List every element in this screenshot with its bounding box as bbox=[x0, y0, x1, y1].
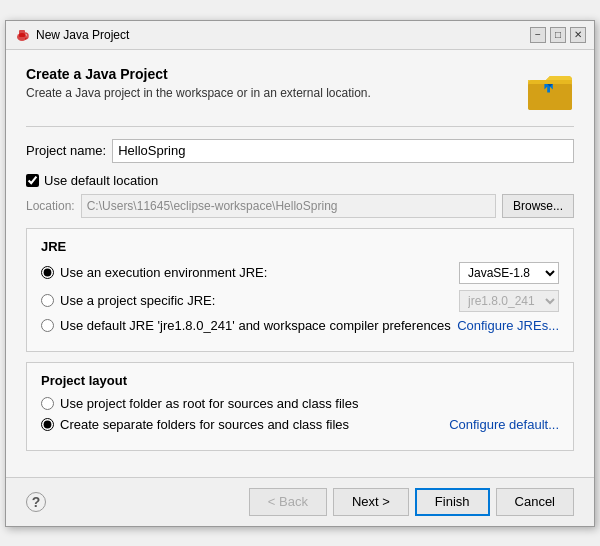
project-name-input[interactable] bbox=[112, 139, 574, 163]
configure-jres-link[interactable]: Configure JREs... bbox=[457, 318, 559, 333]
layout-separate-folders-radio[interactable] bbox=[41, 418, 54, 431]
jre-default-label: Use default JRE 'jre1.8.0_241' and works… bbox=[60, 318, 451, 333]
titlebar-left: New Java Project bbox=[14, 27, 129, 43]
project-name-label: Project name: bbox=[26, 143, 106, 158]
jre-default-radio[interactable] bbox=[41, 319, 54, 332]
java-icon bbox=[14, 27, 30, 43]
project-layout-section: Project layout Use project folder as roo… bbox=[26, 362, 574, 451]
help-button[interactable]: ? bbox=[26, 492, 46, 512]
jre-exec-env-select[interactable]: JavaSE-1.8 JavaSE-11 JavaSE-14 bbox=[459, 262, 559, 284]
page-title: Create a Java Project bbox=[26, 66, 371, 82]
content-area: Create a Java Project Create a Java proj… bbox=[6, 50, 594, 477]
jre-exec-env-label: Use an execution environment JRE: bbox=[60, 265, 267, 280]
minimize-button[interactable]: − bbox=[530, 27, 546, 43]
titlebar-controls: − □ ✕ bbox=[530, 27, 586, 43]
configure-default-link[interactable]: Configure default... bbox=[449, 417, 559, 432]
jre-project-specific-row: Use a project specific JRE: jre1.8.0_241 bbox=[41, 290, 559, 312]
default-location-row: Use default location bbox=[26, 173, 574, 188]
project-name-row: Project name: bbox=[26, 139, 574, 163]
next-button[interactable]: Next > bbox=[333, 488, 409, 516]
page-description: Create a Java project in the workspace o… bbox=[26, 86, 371, 100]
jre-exec-env-radio[interactable] bbox=[41, 266, 54, 279]
titlebar: New Java Project − □ ✕ bbox=[6, 21, 594, 50]
window-title: New Java Project bbox=[36, 28, 129, 42]
main-window: New Java Project − □ ✕ Create a Java Pro… bbox=[5, 20, 595, 527]
jre-project-specific-select[interactable]: jre1.8.0_241 bbox=[459, 290, 559, 312]
default-location-label[interactable]: Use default location bbox=[44, 173, 158, 188]
location-input[interactable] bbox=[81, 194, 496, 218]
cancel-button[interactable]: Cancel bbox=[496, 488, 574, 516]
jre-exec-env-row: Use an execution environment JRE: JavaSE… bbox=[41, 262, 559, 284]
location-row: Location: Browse... bbox=[26, 194, 574, 218]
page-header: Create a Java Project Create a Java proj… bbox=[26, 66, 574, 114]
folder-icon bbox=[526, 66, 574, 114]
layout-separate-folders-label: Create separate folders for sources and … bbox=[60, 417, 349, 432]
jre-section: JRE Use an execution environment JRE: Ja… bbox=[26, 228, 574, 352]
footer: ? < Back Next > Finish Cancel bbox=[6, 477, 594, 526]
layout-separate-folders-row: Create separate folders for sources and … bbox=[41, 417, 559, 432]
header-divider bbox=[26, 126, 574, 127]
jre-project-specific-radio[interactable] bbox=[41, 294, 54, 307]
jre-project-specific-label: Use a project specific JRE: bbox=[60, 293, 215, 308]
page-header-text: Create a Java Project Create a Java proj… bbox=[26, 66, 371, 100]
default-location-checkbox[interactable] bbox=[26, 174, 39, 187]
layout-project-root-radio[interactable] bbox=[41, 397, 54, 410]
back-button[interactable]: < Back bbox=[249, 488, 327, 516]
location-label: Location: bbox=[26, 199, 75, 213]
finish-button[interactable]: Finish bbox=[415, 488, 490, 516]
jre-section-title: JRE bbox=[41, 239, 559, 254]
browse-button[interactable]: Browse... bbox=[502, 194, 574, 218]
jre-default-row: Use default JRE 'jre1.8.0_241' and works… bbox=[41, 318, 559, 333]
project-layout-title: Project layout bbox=[41, 373, 559, 388]
maximize-button[interactable]: □ bbox=[550, 27, 566, 43]
svg-rect-1 bbox=[19, 30, 25, 37]
layout-project-root-row: Use project folder as root for sources a… bbox=[41, 396, 559, 411]
close-button[interactable]: ✕ bbox=[570, 27, 586, 43]
layout-project-root-label: Use project folder as root for sources a… bbox=[60, 396, 358, 411]
